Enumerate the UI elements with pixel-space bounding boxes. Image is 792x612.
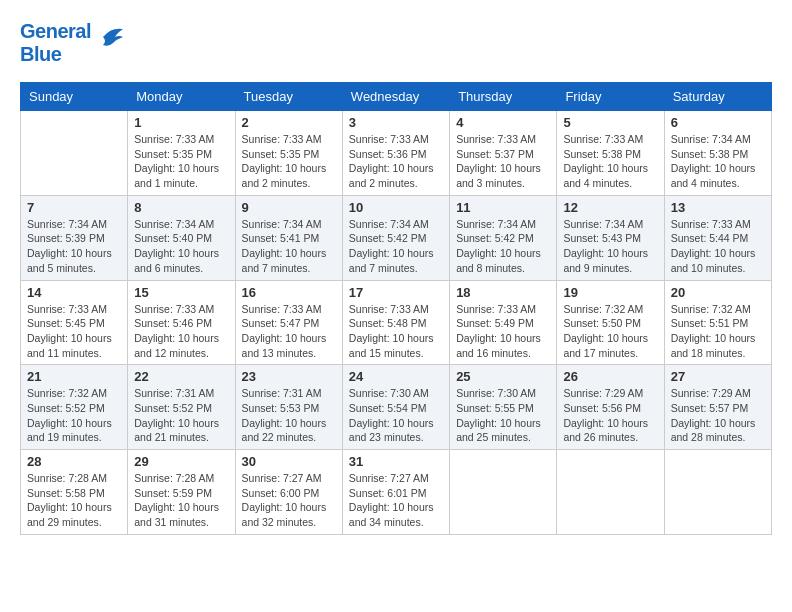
- calendar-cell: 11Sunrise: 7:34 AM Sunset: 5:42 PM Dayli…: [450, 195, 557, 280]
- calendar-cell: 24Sunrise: 7:30 AM Sunset: 5:54 PM Dayli…: [342, 365, 449, 450]
- calendar-week-1: 1Sunrise: 7:33 AM Sunset: 5:35 PM Daylig…: [21, 111, 772, 196]
- calendar-week-2: 7Sunrise: 7:34 AM Sunset: 5:39 PM Daylig…: [21, 195, 772, 280]
- day-header-saturday: Saturday: [664, 83, 771, 111]
- day-number: 20: [671, 285, 765, 300]
- day-number: 11: [456, 200, 550, 215]
- day-number: 13: [671, 200, 765, 215]
- day-number: 24: [349, 369, 443, 384]
- day-info: Sunrise: 7:27 AM Sunset: 6:01 PM Dayligh…: [349, 471, 443, 530]
- logo-block: General Blue: [20, 20, 127, 66]
- day-info: Sunrise: 7:31 AM Sunset: 5:53 PM Dayligh…: [242, 386, 336, 445]
- day-number: 21: [27, 369, 121, 384]
- day-info: Sunrise: 7:34 AM Sunset: 5:39 PM Dayligh…: [27, 217, 121, 276]
- day-header-thursday: Thursday: [450, 83, 557, 111]
- calendar-cell: 4Sunrise: 7:33 AM Sunset: 5:37 PM Daylig…: [450, 111, 557, 196]
- day-info: Sunrise: 7:34 AM Sunset: 5:38 PM Dayligh…: [671, 132, 765, 191]
- logo-top-text: General: [20, 20, 91, 43]
- day-info: Sunrise: 7:33 AM Sunset: 5:44 PM Dayligh…: [671, 217, 765, 276]
- day-info: Sunrise: 7:34 AM Sunset: 5:40 PM Dayligh…: [134, 217, 228, 276]
- logo-bird-icon: [95, 23, 127, 55]
- calendar-cell: 27Sunrise: 7:29 AM Sunset: 5:57 PM Dayli…: [664, 365, 771, 450]
- day-info: Sunrise: 7:33 AM Sunset: 5:35 PM Dayligh…: [134, 132, 228, 191]
- calendar-cell: 8Sunrise: 7:34 AM Sunset: 5:40 PM Daylig…: [128, 195, 235, 280]
- calendar-week-5: 28Sunrise: 7:28 AM Sunset: 5:58 PM Dayli…: [21, 450, 772, 535]
- day-number: 12: [563, 200, 657, 215]
- day-info: Sunrise: 7:33 AM Sunset: 5:37 PM Dayligh…: [456, 132, 550, 191]
- day-number: 27: [671, 369, 765, 384]
- logo: General Blue: [20, 20, 127, 66]
- day-info: Sunrise: 7:33 AM Sunset: 5:46 PM Dayligh…: [134, 302, 228, 361]
- calendar-cell: 30Sunrise: 7:27 AM Sunset: 6:00 PM Dayli…: [235, 450, 342, 535]
- day-number: 7: [27, 200, 121, 215]
- day-number: 15: [134, 285, 228, 300]
- day-info: Sunrise: 7:34 AM Sunset: 5:41 PM Dayligh…: [242, 217, 336, 276]
- day-number: 16: [242, 285, 336, 300]
- day-info: Sunrise: 7:28 AM Sunset: 5:59 PM Dayligh…: [134, 471, 228, 530]
- day-info: Sunrise: 7:31 AM Sunset: 5:52 PM Dayligh…: [134, 386, 228, 445]
- calendar-cell: 19Sunrise: 7:32 AM Sunset: 5:50 PM Dayli…: [557, 280, 664, 365]
- day-info: Sunrise: 7:33 AM Sunset: 5:48 PM Dayligh…: [349, 302, 443, 361]
- day-number: 2: [242, 115, 336, 130]
- calendar-cell: 29Sunrise: 7:28 AM Sunset: 5:59 PM Dayli…: [128, 450, 235, 535]
- calendar-cell: 1Sunrise: 7:33 AM Sunset: 5:35 PM Daylig…: [128, 111, 235, 196]
- day-number: 30: [242, 454, 336, 469]
- day-number: 3: [349, 115, 443, 130]
- day-info: Sunrise: 7:34 AM Sunset: 5:42 PM Dayligh…: [349, 217, 443, 276]
- day-header-sunday: Sunday: [21, 83, 128, 111]
- calendar-cell: 2Sunrise: 7:33 AM Sunset: 5:35 PM Daylig…: [235, 111, 342, 196]
- day-info: Sunrise: 7:30 AM Sunset: 5:55 PM Dayligh…: [456, 386, 550, 445]
- day-number: 9: [242, 200, 336, 215]
- calendar-week-3: 14Sunrise: 7:33 AM Sunset: 5:45 PM Dayli…: [21, 280, 772, 365]
- calendar-cell: 6Sunrise: 7:34 AM Sunset: 5:38 PM Daylig…: [664, 111, 771, 196]
- day-info: Sunrise: 7:33 AM Sunset: 5:38 PM Dayligh…: [563, 132, 657, 191]
- day-info: Sunrise: 7:33 AM Sunset: 5:45 PM Dayligh…: [27, 302, 121, 361]
- calendar-cell: 28Sunrise: 7:28 AM Sunset: 5:58 PM Dayli…: [21, 450, 128, 535]
- calendar-cell: 17Sunrise: 7:33 AM Sunset: 5:48 PM Dayli…: [342, 280, 449, 365]
- day-number: 22: [134, 369, 228, 384]
- day-number: 1: [134, 115, 228, 130]
- calendar-cell: 20Sunrise: 7:32 AM Sunset: 5:51 PM Dayli…: [664, 280, 771, 365]
- calendar-cell: 7Sunrise: 7:34 AM Sunset: 5:39 PM Daylig…: [21, 195, 128, 280]
- day-number: 4: [456, 115, 550, 130]
- calendar-cell: 5Sunrise: 7:33 AM Sunset: 5:38 PM Daylig…: [557, 111, 664, 196]
- calendar-cell: 15Sunrise: 7:33 AM Sunset: 5:46 PM Dayli…: [128, 280, 235, 365]
- day-number: 31: [349, 454, 443, 469]
- calendar-cell: [21, 111, 128, 196]
- day-info: Sunrise: 7:34 AM Sunset: 5:43 PM Dayligh…: [563, 217, 657, 276]
- day-info: Sunrise: 7:30 AM Sunset: 5:54 PM Dayligh…: [349, 386, 443, 445]
- calendar-cell: 13Sunrise: 7:33 AM Sunset: 5:44 PM Dayli…: [664, 195, 771, 280]
- day-header-tuesday: Tuesday: [235, 83, 342, 111]
- day-info: Sunrise: 7:32 AM Sunset: 5:51 PM Dayligh…: [671, 302, 765, 361]
- day-info: Sunrise: 7:33 AM Sunset: 5:36 PM Dayligh…: [349, 132, 443, 191]
- calendar-cell: 3Sunrise: 7:33 AM Sunset: 5:36 PM Daylig…: [342, 111, 449, 196]
- calendar-cell: 23Sunrise: 7:31 AM Sunset: 5:53 PM Dayli…: [235, 365, 342, 450]
- calendar-cell: 12Sunrise: 7:34 AM Sunset: 5:43 PM Dayli…: [557, 195, 664, 280]
- calendar-table: SundayMondayTuesdayWednesdayThursdayFrid…: [20, 82, 772, 535]
- day-number: 6: [671, 115, 765, 130]
- calendar-cell: 31Sunrise: 7:27 AM Sunset: 6:01 PM Dayli…: [342, 450, 449, 535]
- day-info: Sunrise: 7:33 AM Sunset: 5:35 PM Dayligh…: [242, 132, 336, 191]
- calendar-cell: 10Sunrise: 7:34 AM Sunset: 5:42 PM Dayli…: [342, 195, 449, 280]
- day-info: Sunrise: 7:32 AM Sunset: 5:52 PM Dayligh…: [27, 386, 121, 445]
- day-number: 17: [349, 285, 443, 300]
- calendar-week-4: 21Sunrise: 7:32 AM Sunset: 5:52 PM Dayli…: [21, 365, 772, 450]
- day-number: 19: [563, 285, 657, 300]
- day-info: Sunrise: 7:32 AM Sunset: 5:50 PM Dayligh…: [563, 302, 657, 361]
- day-number: 10: [349, 200, 443, 215]
- calendar-cell: 22Sunrise: 7:31 AM Sunset: 5:52 PM Dayli…: [128, 365, 235, 450]
- day-info: Sunrise: 7:33 AM Sunset: 5:49 PM Dayligh…: [456, 302, 550, 361]
- calendar-header-row: SundayMondayTuesdayWednesdayThursdayFrid…: [21, 83, 772, 111]
- day-header-wednesday: Wednesday: [342, 83, 449, 111]
- day-number: 14: [27, 285, 121, 300]
- calendar-cell: 14Sunrise: 7:33 AM Sunset: 5:45 PM Dayli…: [21, 280, 128, 365]
- page-header: General Blue: [20, 20, 772, 66]
- calendar-cell: 9Sunrise: 7:34 AM Sunset: 5:41 PM Daylig…: [235, 195, 342, 280]
- calendar-cell: 16Sunrise: 7:33 AM Sunset: 5:47 PM Dayli…: [235, 280, 342, 365]
- calendar-cell: 26Sunrise: 7:29 AM Sunset: 5:56 PM Dayli…: [557, 365, 664, 450]
- day-info: Sunrise: 7:28 AM Sunset: 5:58 PM Dayligh…: [27, 471, 121, 530]
- day-info: Sunrise: 7:27 AM Sunset: 6:00 PM Dayligh…: [242, 471, 336, 530]
- day-info: Sunrise: 7:34 AM Sunset: 5:42 PM Dayligh…: [456, 217, 550, 276]
- calendar-cell: 25Sunrise: 7:30 AM Sunset: 5:55 PM Dayli…: [450, 365, 557, 450]
- day-info: Sunrise: 7:29 AM Sunset: 5:56 PM Dayligh…: [563, 386, 657, 445]
- day-info: Sunrise: 7:29 AM Sunset: 5:57 PM Dayligh…: [671, 386, 765, 445]
